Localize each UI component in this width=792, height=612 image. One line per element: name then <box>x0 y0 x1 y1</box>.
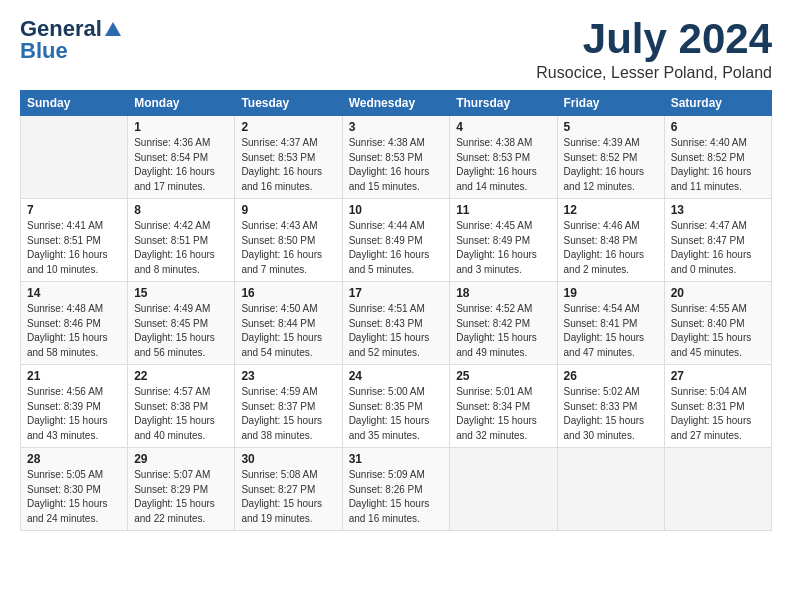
day-details: Sunrise: 4:44 AM Sunset: 8:49 PM Dayligh… <box>349 219 444 277</box>
day-number: 26 <box>564 369 658 383</box>
day-cell: 29Sunrise: 5:07 AM Sunset: 8:29 PM Dayli… <box>128 448 235 531</box>
day-number: 29 <box>134 452 228 466</box>
header-cell-sunday: Sunday <box>21 91 128 116</box>
day-details: Sunrise: 4:55 AM Sunset: 8:40 PM Dayligh… <box>671 302 765 360</box>
day-cell: 12Sunrise: 4:46 AM Sunset: 8:48 PM Dayli… <box>557 199 664 282</box>
week-row-1: 1Sunrise: 4:36 AM Sunset: 8:54 PM Daylig… <box>21 116 772 199</box>
day-number: 15 <box>134 286 228 300</box>
day-details: Sunrise: 4:49 AM Sunset: 8:45 PM Dayligh… <box>134 302 228 360</box>
day-details: Sunrise: 4:42 AM Sunset: 8:51 PM Dayligh… <box>134 219 228 277</box>
day-cell <box>557 448 664 531</box>
day-cell: 27Sunrise: 5:04 AM Sunset: 8:31 PM Dayli… <box>664 365 771 448</box>
day-number: 3 <box>349 120 444 134</box>
day-cell: 1Sunrise: 4:36 AM Sunset: 8:54 PM Daylig… <box>128 116 235 199</box>
logo-triangle-icon <box>104 20 122 38</box>
day-details: Sunrise: 4:51 AM Sunset: 8:43 PM Dayligh… <box>349 302 444 360</box>
day-cell: 18Sunrise: 4:52 AM Sunset: 8:42 PM Dayli… <box>450 282 557 365</box>
day-cell: 20Sunrise: 4:55 AM Sunset: 8:40 PM Dayli… <box>664 282 771 365</box>
day-cell: 9Sunrise: 4:43 AM Sunset: 8:50 PM Daylig… <box>235 199 342 282</box>
logo: General Blue <box>20 16 122 64</box>
day-number: 2 <box>241 120 335 134</box>
day-number: 31 <box>349 452 444 466</box>
day-number: 23 <box>241 369 335 383</box>
day-cell: 17Sunrise: 4:51 AM Sunset: 8:43 PM Dayli… <box>342 282 450 365</box>
day-number: 27 <box>671 369 765 383</box>
day-cell: 7Sunrise: 4:41 AM Sunset: 8:51 PM Daylig… <box>21 199 128 282</box>
calendar-table: SundayMondayTuesdayWednesdayThursdayFrid… <box>20 90 772 531</box>
day-details: Sunrise: 4:57 AM Sunset: 8:38 PM Dayligh… <box>134 385 228 443</box>
location-title: Rusocice, Lesser Poland, Poland <box>536 64 772 82</box>
day-number: 28 <box>27 452 121 466</box>
day-details: Sunrise: 4:41 AM Sunset: 8:51 PM Dayligh… <box>27 219 121 277</box>
day-cell <box>664 448 771 531</box>
day-details: Sunrise: 5:02 AM Sunset: 8:33 PM Dayligh… <box>564 385 658 443</box>
header-cell-thursday: Thursday <box>450 91 557 116</box>
day-details: Sunrise: 4:48 AM Sunset: 8:46 PM Dayligh… <box>27 302 121 360</box>
day-number: 14 <box>27 286 121 300</box>
day-details: Sunrise: 4:50 AM Sunset: 8:44 PM Dayligh… <box>241 302 335 360</box>
day-number: 7 <box>27 203 121 217</box>
day-number: 18 <box>456 286 550 300</box>
day-cell <box>21 116 128 199</box>
week-row-5: 28Sunrise: 5:05 AM Sunset: 8:30 PM Dayli… <box>21 448 772 531</box>
day-cell: 28Sunrise: 5:05 AM Sunset: 8:30 PM Dayli… <box>21 448 128 531</box>
day-number: 19 <box>564 286 658 300</box>
day-cell: 14Sunrise: 4:48 AM Sunset: 8:46 PM Dayli… <box>21 282 128 365</box>
day-details: Sunrise: 4:46 AM Sunset: 8:48 PM Dayligh… <box>564 219 658 277</box>
header-cell-tuesday: Tuesday <box>235 91 342 116</box>
day-details: Sunrise: 4:59 AM Sunset: 8:37 PM Dayligh… <box>241 385 335 443</box>
header-row: SundayMondayTuesdayWednesdayThursdayFrid… <box>21 91 772 116</box>
day-number: 13 <box>671 203 765 217</box>
day-cell: 4Sunrise: 4:38 AM Sunset: 8:53 PM Daylig… <box>450 116 557 199</box>
header-cell-wednesday: Wednesday <box>342 91 450 116</box>
day-cell: 8Sunrise: 4:42 AM Sunset: 8:51 PM Daylig… <box>128 199 235 282</box>
day-details: Sunrise: 4:56 AM Sunset: 8:39 PM Dayligh… <box>27 385 121 443</box>
day-details: Sunrise: 5:09 AM Sunset: 8:26 PM Dayligh… <box>349 468 444 526</box>
day-number: 20 <box>671 286 765 300</box>
header-area: General Blue July 2024 Rusocice, Lesser … <box>20 16 772 82</box>
day-number: 17 <box>349 286 444 300</box>
header-cell-saturday: Saturday <box>664 91 771 116</box>
day-cell: 11Sunrise: 4:45 AM Sunset: 8:49 PM Dayli… <box>450 199 557 282</box>
day-cell: 23Sunrise: 4:59 AM Sunset: 8:37 PM Dayli… <box>235 365 342 448</box>
day-details: Sunrise: 4:36 AM Sunset: 8:54 PM Dayligh… <box>134 136 228 194</box>
day-details: Sunrise: 4:37 AM Sunset: 8:53 PM Dayligh… <box>241 136 335 194</box>
day-cell: 2Sunrise: 4:37 AM Sunset: 8:53 PM Daylig… <box>235 116 342 199</box>
day-number: 21 <box>27 369 121 383</box>
week-row-4: 21Sunrise: 4:56 AM Sunset: 8:39 PM Dayli… <box>21 365 772 448</box>
day-number: 16 <box>241 286 335 300</box>
title-area: July 2024 Rusocice, Lesser Poland, Polan… <box>536 16 772 82</box>
day-number: 4 <box>456 120 550 134</box>
day-cell <box>450 448 557 531</box>
week-row-2: 7Sunrise: 4:41 AM Sunset: 8:51 PM Daylig… <box>21 199 772 282</box>
day-number: 6 <box>671 120 765 134</box>
day-details: Sunrise: 5:00 AM Sunset: 8:35 PM Dayligh… <box>349 385 444 443</box>
day-cell: 31Sunrise: 5:09 AM Sunset: 8:26 PM Dayli… <box>342 448 450 531</box>
day-cell: 21Sunrise: 4:56 AM Sunset: 8:39 PM Dayli… <box>21 365 128 448</box>
day-details: Sunrise: 4:38 AM Sunset: 8:53 PM Dayligh… <box>456 136 550 194</box>
day-cell: 10Sunrise: 4:44 AM Sunset: 8:49 PM Dayli… <box>342 199 450 282</box>
day-number: 22 <box>134 369 228 383</box>
day-details: Sunrise: 4:38 AM Sunset: 8:53 PM Dayligh… <box>349 136 444 194</box>
day-number: 9 <box>241 203 335 217</box>
day-cell: 19Sunrise: 4:54 AM Sunset: 8:41 PM Dayli… <box>557 282 664 365</box>
day-cell: 25Sunrise: 5:01 AM Sunset: 8:34 PM Dayli… <box>450 365 557 448</box>
day-number: 11 <box>456 203 550 217</box>
day-details: Sunrise: 5:04 AM Sunset: 8:31 PM Dayligh… <box>671 385 765 443</box>
day-details: Sunrise: 5:01 AM Sunset: 8:34 PM Dayligh… <box>456 385 550 443</box>
day-cell: 6Sunrise: 4:40 AM Sunset: 8:52 PM Daylig… <box>664 116 771 199</box>
day-cell: 26Sunrise: 5:02 AM Sunset: 8:33 PM Dayli… <box>557 365 664 448</box>
day-details: Sunrise: 4:39 AM Sunset: 8:52 PM Dayligh… <box>564 136 658 194</box>
logo-blue: Blue <box>20 38 68 64</box>
day-number: 5 <box>564 120 658 134</box>
day-cell: 16Sunrise: 4:50 AM Sunset: 8:44 PM Dayli… <box>235 282 342 365</box>
day-cell: 3Sunrise: 4:38 AM Sunset: 8:53 PM Daylig… <box>342 116 450 199</box>
week-row-3: 14Sunrise: 4:48 AM Sunset: 8:46 PM Dayli… <box>21 282 772 365</box>
header-cell-friday: Friday <box>557 91 664 116</box>
day-number: 1 <box>134 120 228 134</box>
day-cell: 30Sunrise: 5:08 AM Sunset: 8:27 PM Dayli… <box>235 448 342 531</box>
day-details: Sunrise: 4:54 AM Sunset: 8:41 PM Dayligh… <box>564 302 658 360</box>
day-details: Sunrise: 4:40 AM Sunset: 8:52 PM Dayligh… <box>671 136 765 194</box>
day-cell: 22Sunrise: 4:57 AM Sunset: 8:38 PM Dayli… <box>128 365 235 448</box>
day-details: Sunrise: 4:52 AM Sunset: 8:42 PM Dayligh… <box>456 302 550 360</box>
